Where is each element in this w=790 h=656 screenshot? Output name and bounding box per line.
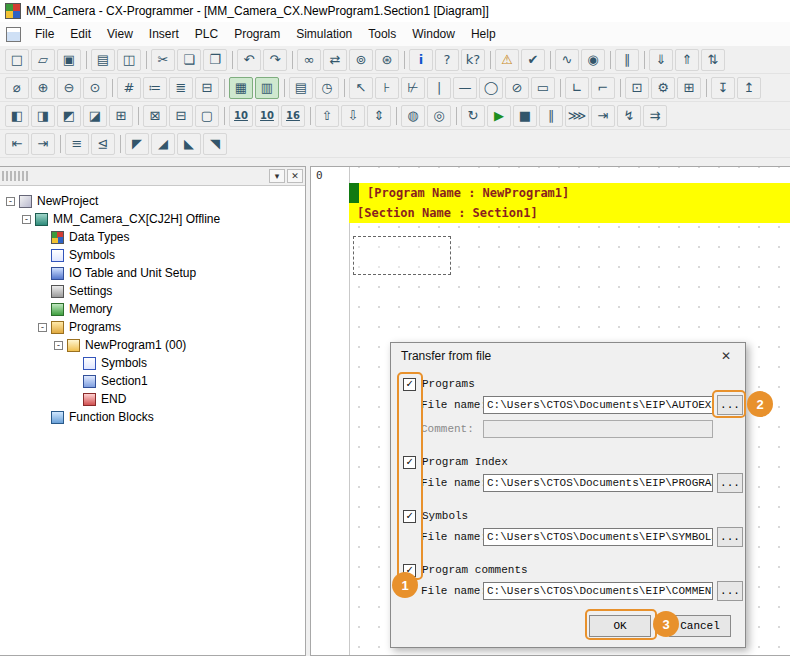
go-to-previous-input-button[interactable]: ◤ [125, 133, 149, 155]
expander-toggle-icon[interactable] [38, 305, 47, 314]
tree-item[interactable]: END [0, 390, 305, 408]
transfer-from-plc-button[interactable]: ⇑ [675, 49, 699, 71]
option-checkbox[interactable]: ✓ [403, 378, 416, 391]
monitor-signed-decimal-button[interactable]: 10 [255, 105, 279, 127]
expander-toggle-icon[interactable] [38, 269, 47, 278]
cut-button[interactable]: ✂ [151, 49, 175, 71]
Help[interactable]: Help [463, 24, 504, 44]
calendar-button[interactable]: ⊞ [677, 77, 701, 99]
Simulation[interactable]: Simulation [288, 24, 360, 44]
expander-toggle-icon[interactable]: - [22, 215, 31, 224]
expander-toggle-icon[interactable]: - [54, 341, 63, 350]
program-check-button[interactable]: ✔ [521, 49, 545, 71]
file-path-input[interactable]: C:\Users\CTOS\Documents\EIP\COMMENTS [483, 582, 713, 600]
expander-toggle-icon[interactable]: - [38, 323, 47, 332]
file-path-input[interactable]: C:\Users\CTOS\Documents\EIP\AUTOEXEC [483, 396, 713, 414]
browse-button[interactable]: ... [717, 395, 743, 415]
window-output-button[interactable]: ◨ [31, 105, 55, 127]
dialog-close-button[interactable]: ✕ [707, 343, 745, 369]
expander-toggle-icon[interactable]: - [6, 197, 15, 206]
vertical-line-button[interactable]: ∣ [427, 77, 451, 99]
sort-order-button[interactable]: ⊴ [91, 133, 115, 155]
go-to-next-input-button[interactable]: ◢ [151, 133, 175, 155]
new-button[interactable]: □ [5, 49, 29, 71]
Edit[interactable]: Edit [62, 24, 99, 44]
tree-item[interactable]: Settings [0, 282, 305, 300]
change-address-button[interactable]: ⊛ [375, 49, 399, 71]
tree-item[interactable]: IO Table and Unit Setup [0, 264, 305, 282]
open-button[interactable]: ▱ [31, 49, 55, 71]
save-button[interactable]: ▣ [57, 49, 81, 71]
show-rung-comments-button[interactable]: ≣ [169, 77, 193, 99]
clock-pulse-button[interactable]: ◷ [315, 77, 339, 99]
zoom-in-button[interactable]: ⊕ [31, 77, 55, 99]
help-button[interactable]: ? [435, 49, 459, 71]
monitor-mode-button[interactable]: ◎ [427, 105, 451, 127]
option-checkbox[interactable]: ✓ [403, 564, 416, 577]
compile-button[interactable]: ⚠ [495, 49, 519, 71]
force-on-button[interactable]: ⇧ [315, 105, 339, 127]
print-preview-button[interactable]: ◫ [117, 49, 141, 71]
insert-row-button[interactable]: ↧ [711, 77, 735, 99]
expander-toggle-icon[interactable] [38, 233, 47, 242]
compare-with-plc-button[interactable]: ⇅ [701, 49, 725, 71]
undo-button[interactable]: ↶ [237, 49, 261, 71]
cancel-button[interactable]: Cancel [669, 615, 731, 637]
show-sections-button[interactable]: ⊟ [195, 77, 219, 99]
Insert[interactable]: Insert [141, 24, 187, 44]
paste-button[interactable]: ❐ [203, 49, 227, 71]
replace-button[interactable]: ⇄ [323, 49, 347, 71]
line-delete-button[interactable]: ⌐ [591, 77, 615, 99]
line-connect-button[interactable]: ∟ [565, 77, 589, 99]
step-over-button[interactable]: ⇥ [591, 105, 615, 127]
reset-button[interactable]: ↯ [617, 105, 641, 127]
rung-wrap-button[interactable]: ≔ [143, 77, 167, 99]
indent-rung-button[interactable]: ⇥ [31, 133, 55, 155]
ok-button[interactable]: OK [589, 615, 651, 637]
pause-button[interactable]: ∥ [539, 105, 563, 127]
Window[interactable]: Window [404, 24, 463, 44]
copy-button[interactable]: ❏ [177, 49, 201, 71]
expander-toggle-icon[interactable] [38, 287, 47, 296]
window-project-button[interactable]: ◧ [5, 105, 29, 127]
print-button[interactable]: ▤ [91, 49, 115, 71]
force-cancel-button[interactable]: ⇕ [367, 105, 391, 127]
Tools[interactable]: Tools [360, 24, 404, 44]
new-closed-coil-button[interactable]: ⊘ [505, 77, 529, 99]
drag-handle[interactable] [2, 171, 28, 181]
window-cross-reference-button[interactable]: ◪ [83, 105, 107, 127]
expander-toggle-icon[interactable] [70, 359, 79, 368]
browse-button[interactable]: ... [717, 473, 743, 493]
monitor-decimal-button[interactable]: 10 [229, 105, 253, 127]
option-checkbox[interactable]: ✓ [403, 510, 416, 523]
expander-toggle-icon[interactable] [70, 395, 79, 404]
expander-toggle-icon[interactable] [70, 377, 79, 386]
tree-item[interactable]: - Programs [0, 318, 305, 336]
online-edit-button[interactable]: ◍ [401, 105, 425, 127]
show-comments-toggle-button[interactable]: ▦ [229, 77, 253, 99]
tree-item[interactable]: Function Blocks [0, 408, 305, 426]
workspace-dock-button[interactable]: ▾ [269, 169, 285, 183]
show-annotations-toggle-button[interactable]: ▥ [255, 77, 279, 99]
File[interactable]: File [27, 24, 62, 44]
grid-toggle-button[interactable]: # [117, 77, 141, 99]
stop-button[interactable]: ■ [513, 105, 537, 127]
expander-toggle-icon[interactable] [38, 251, 47, 260]
option-checkbox[interactable]: ✓ [403, 456, 416, 469]
new-closed-contact-button[interactable]: ⊬ [401, 77, 425, 99]
pause-monitor-button[interactable]: ∥ [615, 49, 639, 71]
horizontal-line-button[interactable]: — [453, 77, 477, 99]
new-coil-button[interactable]: ◯ [479, 77, 503, 99]
View[interactable]: View [99, 24, 141, 44]
workspace-close-button[interactable]: ✕ [287, 169, 303, 183]
go-to-next-output-button[interactable]: ◥ [203, 133, 227, 155]
tree-item[interactable]: - NewProgram1 (00) [0, 336, 305, 354]
run-button[interactable]: ▶ [487, 105, 511, 127]
zoom-out-button[interactable]: ⊖ [57, 77, 81, 99]
browse-button[interactable]: ... [717, 581, 743, 601]
tree-item[interactable]: Memory [0, 300, 305, 318]
tree-item[interactable]: Data Types [0, 228, 305, 246]
PLC[interactable]: PLC [187, 24, 226, 44]
tree-item[interactable]: Symbols [0, 354, 305, 372]
file-path-input[interactable]: C:\Users\CTOS\Documents\EIP\PROGRAMS [483, 474, 713, 492]
